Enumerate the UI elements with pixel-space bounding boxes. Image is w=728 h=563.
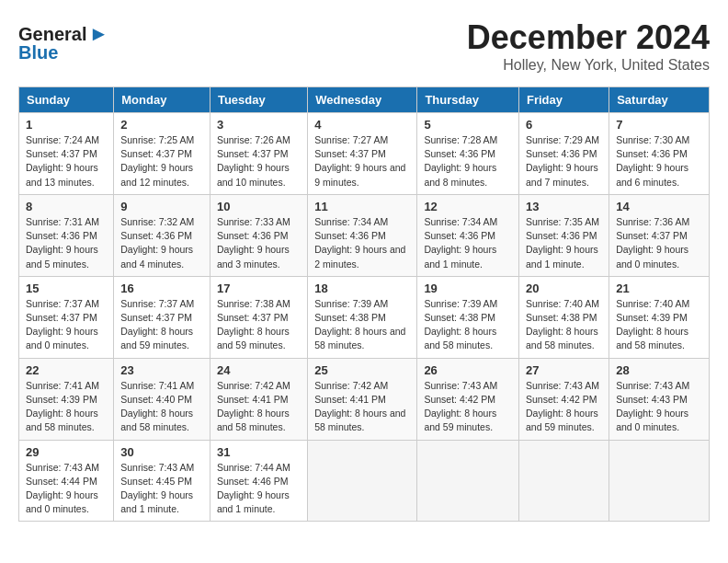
calendar-day-cell: 26 Sunrise: 7:43 AM Sunset: 4:42 PM Dayl… xyxy=(417,358,519,440)
day-info: Sunrise: 7:43 AM Sunset: 4:42 PM Dayligh… xyxy=(526,379,602,435)
day-info: Sunrise: 7:36 AM Sunset: 4:37 PM Dayligh… xyxy=(616,215,702,271)
calendar-header: December 2024 Holley, New York, United S… xyxy=(18,18,710,74)
calendar-day-cell: 28 Sunrise: 7:43 AM Sunset: 4:43 PM Dayl… xyxy=(609,358,710,440)
day-of-week-header: Monday xyxy=(114,87,210,113)
day-number: 16 xyxy=(120,282,203,295)
day-info: Sunrise: 7:41 AM Sunset: 4:40 PM Dayligh… xyxy=(120,379,203,435)
calendar-day-cell: 6 Sunrise: 7:29 AM Sunset: 4:36 PM Dayli… xyxy=(518,113,609,195)
day-info: Sunrise: 7:43 AM Sunset: 4:45 PM Dayligh… xyxy=(120,461,203,517)
calendar-day-cell: 9 Sunrise: 7:32 AM Sunset: 4:36 PM Dayli… xyxy=(114,194,210,276)
day-info: Sunrise: 7:33 AM Sunset: 4:36 PM Dayligh… xyxy=(217,215,301,271)
day-info: Sunrise: 7:40 AM Sunset: 4:39 PM Dayligh… xyxy=(616,297,702,353)
calendar-day-cell: 10 Sunrise: 7:33 AM Sunset: 4:36 PM Dayl… xyxy=(210,194,307,276)
day-number: 20 xyxy=(526,282,602,295)
day-number: 25 xyxy=(314,363,410,377)
day-info: Sunrise: 7:44 AM Sunset: 4:46 PM Dayligh… xyxy=(217,461,301,517)
calendar-day-cell: 13 Sunrise: 7:35 AM Sunset: 4:36 PM Dayl… xyxy=(518,194,609,276)
day-info: Sunrise: 7:28 AM Sunset: 4:36 PM Dayligh… xyxy=(424,133,512,190)
calendar-day-cell: 19 Sunrise: 7:39 AM Sunset: 4:38 PM Dayl… xyxy=(417,276,519,358)
calendar-day-cell: 11 Sunrise: 7:34 AM Sunset: 4:36 PM Dayl… xyxy=(308,194,417,276)
day-number: 1 xyxy=(26,118,107,132)
day-info: Sunrise: 7:34 AM Sunset: 4:36 PM Dayligh… xyxy=(314,215,410,271)
day-of-week-header: Saturday xyxy=(609,87,710,113)
calendar-day-cell: 2 Sunrise: 7:25 AM Sunset: 4:37 PM Dayli… xyxy=(114,113,210,195)
day-info: Sunrise: 7:42 AM Sunset: 4:41 PM Dayligh… xyxy=(314,379,410,435)
calendar-day-cell: 1 Sunrise: 7:24 AM Sunset: 4:37 PM Dayli… xyxy=(19,113,114,195)
day-info: Sunrise: 7:43 AM Sunset: 4:43 PM Dayligh… xyxy=(616,379,702,435)
day-number: 15 xyxy=(26,282,107,295)
calendar-day-cell: 16 Sunrise: 7:37 AM Sunset: 4:37 PM Dayl… xyxy=(114,276,210,358)
day-number: 18 xyxy=(314,282,410,295)
day-number: 30 xyxy=(120,445,203,459)
calendar-day-cell: 5 Sunrise: 7:28 AM Sunset: 4:36 PM Dayli… xyxy=(417,113,519,195)
day-info: Sunrise: 7:37 AM Sunset: 4:37 PM Dayligh… xyxy=(26,297,107,353)
day-info: Sunrise: 7:31 AM Sunset: 4:36 PM Dayligh… xyxy=(26,215,107,271)
day-number: 13 xyxy=(526,200,602,213)
calendar-day-cell xyxy=(308,440,417,522)
day-of-week-header: Friday xyxy=(518,87,609,113)
day-number: 14 xyxy=(616,200,702,213)
calendar-day-cell: 8 Sunrise: 7:31 AM Sunset: 4:36 PM Dayli… xyxy=(19,194,114,276)
day-number: 5 xyxy=(424,118,512,132)
logo-bird-icon: ► xyxy=(88,22,108,46)
day-number: 3 xyxy=(217,118,301,132)
calendar-day-cell: 31 Sunrise: 7:44 AM Sunset: 4:46 PM Dayl… xyxy=(210,440,307,522)
day-number: 11 xyxy=(314,200,410,213)
day-of-week-header: Wednesday xyxy=(308,87,417,113)
calendar-title: December 2024 xyxy=(18,18,710,57)
day-info: Sunrise: 7:35 AM Sunset: 4:36 PM Dayligh… xyxy=(526,215,602,271)
day-info: Sunrise: 7:24 AM Sunset: 4:37 PM Dayligh… xyxy=(26,133,107,190)
day-number: 29 xyxy=(26,445,107,459)
day-number: 21 xyxy=(616,282,702,295)
calendar-week-row: 1 Sunrise: 7:24 AM Sunset: 4:37 PM Dayli… xyxy=(19,113,710,195)
calendar-day-cell: 14 Sunrise: 7:36 AM Sunset: 4:37 PM Dayl… xyxy=(609,194,710,276)
calendar-day-cell: 17 Sunrise: 7:38 AM Sunset: 4:37 PM Dayl… xyxy=(210,276,307,358)
calendar-week-row: 8 Sunrise: 7:31 AM Sunset: 4:36 PM Dayli… xyxy=(19,194,710,276)
day-info: Sunrise: 7:32 AM Sunset: 4:36 PM Dayligh… xyxy=(120,215,203,271)
day-of-week-header: Sunday xyxy=(19,87,114,113)
day-number: 26 xyxy=(424,363,512,377)
day-number: 10 xyxy=(217,200,301,213)
calendar-day-cell: 23 Sunrise: 7:41 AM Sunset: 4:40 PM Dayl… xyxy=(114,358,210,440)
calendar-table: SundayMondayTuesdayWednesdayThursdayFrid… xyxy=(18,86,710,522)
day-number: 9 xyxy=(120,200,203,213)
calendar-week-row: 15 Sunrise: 7:37 AM Sunset: 4:37 PM Dayl… xyxy=(19,276,710,358)
day-info: Sunrise: 7:30 AM Sunset: 4:36 PM Dayligh… xyxy=(616,133,702,190)
day-info: Sunrise: 7:43 AM Sunset: 4:44 PM Dayligh… xyxy=(26,461,107,517)
calendar-header-row: SundayMondayTuesdayWednesdayThursdayFrid… xyxy=(19,87,710,113)
calendar-week-row: 29 Sunrise: 7:43 AM Sunset: 4:44 PM Dayl… xyxy=(19,440,710,522)
day-number: 17 xyxy=(217,282,301,295)
calendar-day-cell: 22 Sunrise: 7:41 AM Sunset: 4:39 PM Dayl… xyxy=(19,358,114,440)
day-number: 2 xyxy=(120,118,203,132)
calendar-day-cell: 27 Sunrise: 7:43 AM Sunset: 4:42 PM Dayl… xyxy=(518,358,609,440)
calendar-day-cell: 7 Sunrise: 7:30 AM Sunset: 4:36 PM Dayli… xyxy=(609,113,710,195)
day-info: Sunrise: 7:27 AM Sunset: 4:37 PM Dayligh… xyxy=(314,133,410,190)
calendar-day-cell: 20 Sunrise: 7:40 AM Sunset: 4:38 PM Dayl… xyxy=(518,276,609,358)
calendar-subtitle: Holley, New York, United States xyxy=(18,57,710,74)
day-info: Sunrise: 7:43 AM Sunset: 4:42 PM Dayligh… xyxy=(424,379,512,435)
calendar-day-cell: 18 Sunrise: 7:39 AM Sunset: 4:38 PM Dayl… xyxy=(308,276,417,358)
day-info: Sunrise: 7:29 AM Sunset: 4:36 PM Dayligh… xyxy=(526,133,602,190)
day-number: 24 xyxy=(217,363,301,377)
logo-text-blue: Blue xyxy=(18,42,58,63)
calendar-day-cell xyxy=(609,440,710,522)
calendar-day-cell: 15 Sunrise: 7:37 AM Sunset: 4:37 PM Dayl… xyxy=(19,276,114,358)
day-info: Sunrise: 7:41 AM Sunset: 4:39 PM Dayligh… xyxy=(26,379,107,435)
calendar-day-cell: 24 Sunrise: 7:42 AM Sunset: 4:41 PM Dayl… xyxy=(210,358,307,440)
day-number: 27 xyxy=(526,363,602,377)
calendar-day-cell: 12 Sunrise: 7:34 AM Sunset: 4:36 PM Dayl… xyxy=(417,194,519,276)
day-info: Sunrise: 7:39 AM Sunset: 4:38 PM Dayligh… xyxy=(424,297,512,353)
day-info: Sunrise: 7:42 AM Sunset: 4:41 PM Dayligh… xyxy=(217,379,301,435)
day-of-week-header: Thursday xyxy=(417,87,519,113)
day-info: Sunrise: 7:38 AM Sunset: 4:37 PM Dayligh… xyxy=(217,297,301,353)
day-number: 8 xyxy=(26,200,107,213)
day-info: Sunrise: 7:34 AM Sunset: 4:36 PM Dayligh… xyxy=(424,215,512,271)
day-number: 12 xyxy=(424,200,512,213)
calendar-day-cell: 3 Sunrise: 7:26 AM Sunset: 4:37 PM Dayli… xyxy=(210,113,307,195)
page-header: General ► Blue December 2024 Holley, New… xyxy=(18,18,710,77)
day-info: Sunrise: 7:26 AM Sunset: 4:37 PM Dayligh… xyxy=(217,133,301,190)
day-number: 4 xyxy=(314,118,410,132)
day-number: 22 xyxy=(26,363,107,377)
day-of-week-header: Tuesday xyxy=(210,87,307,113)
day-info: Sunrise: 7:39 AM Sunset: 4:38 PM Dayligh… xyxy=(314,297,410,353)
